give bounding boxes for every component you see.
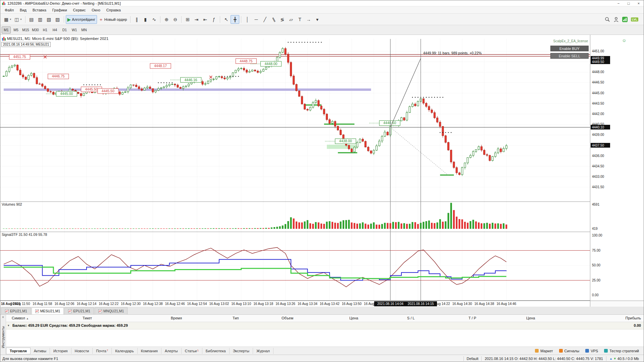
menu-item-tools[interactable]: Сервис <box>70 7 89 13</box>
text-label-button[interactable]: T <box>295 15 304 24</box>
data-window-button[interactable]: ▥ <box>36 15 45 24</box>
trade-table-body[interactable] <box>6 329 644 347</box>
toolbox-tab-mail[interactable]: Почта7 <box>93 348 112 354</box>
enable-buy-button[interactable]: Enable BUY <box>550 46 589 51</box>
tf-m1-button[interactable]: M1 <box>2 27 11 34</box>
toolbox-tab-trade[interactable]: Торговля <box>6 348 31 354</box>
toolbox-window-button[interactable]: ▨ <box>53 15 62 24</box>
price-axis[interactable]: 4451.004449.504448.004446.504445.004443.… <box>590 35 644 301</box>
algo-trading-button[interactable]: ▶Алготрейдинг <box>66 15 97 24</box>
profiles-dropdown-icon[interactable]: ▾ <box>20 18 21 21</box>
tf-mn-button[interactable]: MN <box>80 27 89 34</box>
tf-h4-button[interactable]: H4 <box>50 27 59 34</box>
fibonacci-button[interactable]: ≶ <box>278 15 287 24</box>
time-axis[interactable]: 16 Aug 202116 Aug 11:5016 Aug 11:5816 Au… <box>0 301 590 307</box>
minimize-button[interactable]: − <box>613 0 624 6</box>
crosshair-button[interactable]: ╋ <box>231 15 239 24</box>
toolbox-tab-library[interactable]: Библиотека <box>202 348 230 354</box>
column-header-2[interactable]: Тикет <box>83 316 92 320</box>
ea-smiley-icon[interactable]: ☺ <box>622 38 626 43</box>
shapes-button[interactable]: ▱ <box>287 15 295 24</box>
enable-sell-button[interactable]: Enable SELL <box>550 53 589 59</box>
menu-item-file[interactable]: Файл <box>2 7 17 13</box>
menu-item-insert[interactable]: Вставка <box>30 7 49 13</box>
trendline-button[interactable]: ╱ <box>260 15 269 24</box>
candles-chart-button[interactable]: ▮ <box>141 15 150 24</box>
navigator-button[interactable]: ▧ <box>45 15 53 24</box>
tile-windows-button[interactable]: ⊞ <box>183 15 192 24</box>
search-icon[interactable] <box>605 17 610 22</box>
toolbox-tab-news[interactable]: Новости <box>71 348 93 354</box>
column-header-5[interactable]: Объем <box>282 316 293 320</box>
vertical-line-button[interactable]: │ <box>243 15 252 24</box>
profile-selector[interactable]: Default <box>467 357 479 361</box>
new-chart-dropdown-icon[interactable]: ▾ <box>10 18 11 21</box>
toolbox-tab-company[interactable]: Компания <box>138 348 161 354</box>
close-button[interactable]: × <box>634 0 644 6</box>
menu-item-charts[interactable]: Графики <box>49 7 70 13</box>
column-header-3[interactable]: Время <box>171 316 182 320</box>
auto-scroll-button[interactable]: ⇥ <box>192 15 201 24</box>
zoom-in-button[interactable]: ⊕ <box>162 15 171 24</box>
toolbox-tab-articles[interactable]: Статьи1 <box>182 348 202 354</box>
toolbox-tab-journal[interactable]: Журнал <box>253 348 274 354</box>
column-header-9[interactable]: Цена <box>526 316 535 320</box>
traffic-panel[interactable]: ▲ ▼ 40.5 / 0.0 Mb <box>609 357 644 361</box>
menu-item-window[interactable]: Окно <box>89 7 103 13</box>
chart-tab-mnqu21[interactable]: MNQU21,M1 <box>95 307 128 314</box>
titlebar[interactable]: 1263286 - AMPGlobalEU-Demo: Демо-счет - … <box>0 0 644 6</box>
toolbox-tab-calendar[interactable]: Календарь <box>112 348 138 354</box>
toolbox-tab-alerts[interactable]: Алерты <box>161 348 182 354</box>
menu-item-help[interactable]: Справка <box>103 7 124 13</box>
connection-status-icon[interactable] <box>622 17 628 22</box>
column-header-4[interactable]: Тип <box>233 316 239 320</box>
zoom-out-button[interactable]: ⊖ <box>171 15 180 24</box>
tf-m15-button[interactable]: M15 <box>21 27 30 34</box>
mt5-window: 1263286 - AMPGlobalEU-Demo: Демо-счет - … <box>0 0 644 362</box>
menu-item-view[interactable]: Вид <box>17 7 30 13</box>
objects-list-button[interactable]: ▾ <box>313 15 321 24</box>
chart-shift-button[interactable]: ⇤ <box>201 15 209 24</box>
profiles-button[interactable]: ◫▾ <box>13 15 23 24</box>
price-chart-canvas[interactable]: 4451.754446.754445.004445.504445.504448.… <box>0 35 590 301</box>
line-chart-button[interactable]: ∿ <box>150 15 158 24</box>
horizontal-line-button[interactable]: ─ <box>252 15 260 24</box>
tf-w1-button[interactable]: W1 <box>70 27 79 34</box>
new-chart-button[interactable]: ▦▾ <box>2 15 13 24</box>
toolbox-tab-label: Почта <box>96 349 106 353</box>
chart-area[interactable]: 4451.754446.754445.004445.504445.504448.… <box>0 35 644 307</box>
toolbox-close-button[interactable]: × <box>2 315 4 320</box>
maximize-button[interactable]: □ <box>624 0 634 6</box>
tf-h1-button[interactable]: H1 <box>41 27 50 34</box>
chart-tab-epu21-2[interactable]: EPU21,M1 <box>64 307 94 314</box>
column-header-10[interactable]: Прибыль <box>625 316 641 320</box>
bars-chart-button[interactable]: ∥ <box>132 15 141 24</box>
user-account-icon[interactable] <box>613 17 619 22</box>
column-header-1[interactable]: Символ▲ <box>12 316 29 320</box>
equidistant-channel-button[interactable]: ∥ <box>269 15 278 24</box>
signals-button[interactable]: Сигналы <box>556 348 582 354</box>
toolbox-tab-history[interactable]: История <box>50 348 71 354</box>
vps-button[interactable]: VPS <box>583 348 601 354</box>
chart-tab-mesu21[interactable]: MESU21,M1 <box>32 307 64 314</box>
arrows-button[interactable]: → <box>304 15 313 24</box>
column-header-8[interactable]: T / P <box>468 316 476 320</box>
strategy-tester-button[interactable]: Тестер стратегий <box>601 348 642 354</box>
column-header-6[interactable]: Цена <box>349 316 358 320</box>
toolbox-tab-experts[interactable]: Эксперты <box>230 348 253 354</box>
cursor-button[interactable]: ↖ <box>222 15 231 24</box>
chart-tab-bar: EPU21,M1MESU21,M1EPU21,M1MNQU21,M1 <box>0 307 644 315</box>
market-watch-button[interactable]: ▤ <box>27 15 36 24</box>
column-header-7[interactable]: S / L <box>407 316 415 320</box>
chart-tab-epu21-1[interactable]: EPU21,M1 <box>1 307 31 314</box>
toolbox-tab-assets[interactable]: Активы <box>31 348 50 354</box>
market-button[interactable]: Маркет <box>532 348 555 354</box>
tf-m30-button[interactable]: M30 <box>31 27 40 34</box>
indicators-button[interactable]: ƒ <box>209 15 218 24</box>
tf-m5-button[interactable]: M5 <box>11 27 20 34</box>
balance-row[interactable]: ▾ Баланс: 459.29 EUR Средства: 459.29 Св… <box>0 322 644 329</box>
algo-trading-label: Алготрейдинг <box>72 17 95 21</box>
tf-d1-button[interactable]: D1 <box>60 27 69 34</box>
collapse-icon[interactable]: ▾ <box>8 324 9 327</box>
new-order-button[interactable]: ＋Новый ордер <box>97 15 129 24</box>
